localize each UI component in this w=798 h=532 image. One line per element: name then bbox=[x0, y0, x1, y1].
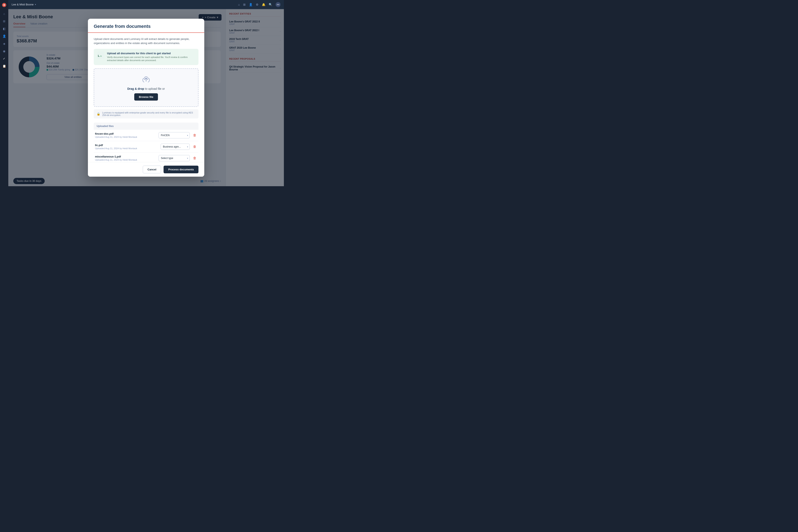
gear-icon[interactable]: ⚙ bbox=[256, 3, 259, 6]
topbar: Lee & Misti Boone ▾ ⌂ ⊞ 👤 ⚙ 🔔 🔍 AA bbox=[8, 0, 284, 9]
svg-text:L: L bbox=[98, 54, 99, 57]
modal-body: Upload client documents and Luminary AI … bbox=[88, 33, 204, 162]
generate-documents-modal: Generate from documents Upload client do… bbox=[88, 19, 204, 177]
modal-overlay: Generate from documents Upload client do… bbox=[8, 9, 284, 186]
files-section: Uploaded files fincen-doc.pdf Uploaded A… bbox=[94, 122, 198, 162]
upload-zone[interactable]: Drag & drop to upload file or Browse fil… bbox=[94, 69, 198, 107]
delete-file-button[interactable]: 🗑 bbox=[192, 155, 197, 161]
files-header: Uploaded files bbox=[94, 122, 198, 130]
browse-file-button[interactable]: Browse file bbox=[134, 93, 158, 100]
luminary-ai-logo: L AI bbox=[97, 52, 104, 59]
chevron-down-icon: ▾ bbox=[35, 3, 36, 6]
file-name: miscellaneous-1.pdf bbox=[95, 155, 156, 158]
sidebar-icon-home[interactable]: ⌂ bbox=[1, 11, 7, 17]
client-selector[interactable]: Lee & Misti Boone ▾ bbox=[12, 3, 36, 6]
sidebar: ⌂ ⊞ ◧ 👤 ◈ ◉ ✓ 📋 bbox=[0, 0, 8, 186]
file-type-selector[interactable]: Select type FinCEN Business agreement Tr… bbox=[158, 155, 190, 161]
cancel-button[interactable]: Cancel bbox=[143, 166, 161, 173]
modal-header: Generate from documents bbox=[88, 19, 204, 33]
main-content: Lee & Misti Boone Overview Value creatio… bbox=[8, 9, 284, 186]
file-type-select[interactable]: FinCEN Business agreement Trust document… bbox=[158, 132, 190, 138]
upload-icon bbox=[141, 75, 151, 84]
modal-description: Upload client documents and Luminary AI … bbox=[94, 37, 198, 45]
info-banner: L AI Upload all documents for this clien… bbox=[94, 49, 198, 65]
grid-icon[interactable]: ⊞ bbox=[243, 3, 246, 6]
topbar-icons: ⌂ ⊞ 👤 ⚙ 🔔 🔍 AA bbox=[238, 2, 281, 7]
home-icon[interactable]: ⌂ bbox=[238, 3, 240, 6]
file-name: fincen-doc.pdf bbox=[95, 132, 156, 135]
file-name: llc.pdf bbox=[95, 144, 158, 147]
file-type-selector[interactable]: Business agre... FinCEN Trust document T… bbox=[160, 144, 190, 150]
delete-file-button[interactable]: 🗑 bbox=[192, 133, 197, 138]
security-text: Luminary is equipped with enterprise-gra… bbox=[102, 111, 195, 116]
modal-title: Generate from documents bbox=[94, 24, 198, 29]
sidebar-icon-document[interactable]: ◧ bbox=[1, 26, 7, 32]
sidebar-icon-person[interactable]: 👤 bbox=[1, 33, 7, 39]
file-type-select[interactable]: Select type FinCEN Business agreement Tr… bbox=[158, 155, 190, 161]
lock-icon: 🔒 bbox=[97, 112, 100, 116]
upload-text: Drag & drop to upload file or bbox=[98, 87, 194, 90]
file-item: fincen-doc.pdf Uploaded Aug 11, 2024 by … bbox=[94, 130, 198, 141]
file-meta: Uploaded Aug 11, 2024 by Heidi Montauk bbox=[95, 158, 156, 161]
security-note: 🔒 Luminary is equipped with enterprise-g… bbox=[94, 109, 198, 118]
file-meta: Uploaded Aug 11, 2024 by Heidi Montauk bbox=[95, 147, 158, 150]
svg-text:AI: AI bbox=[100, 55, 102, 57]
delete-file-button[interactable]: 🗑 bbox=[192, 144, 197, 149]
person-icon[interactable]: 👤 bbox=[249, 3, 252, 6]
file-type-selector[interactable]: FinCEN Business agreement Trust document… bbox=[158, 132, 190, 138]
sidebar-icon-map[interactable]: ◈ bbox=[1, 41, 7, 46]
bell-icon[interactable]: 🔔 bbox=[262, 3, 265, 6]
app-logo bbox=[2, 2, 7, 7]
client-name: Lee & Misti Boone bbox=[12, 3, 34, 6]
file-meta: Uploaded Aug 11, 2024 by Heidi Montauk bbox=[95, 136, 156, 138]
sidebar-icon-check[interactable]: ✓ bbox=[1, 56, 7, 61]
search-icon[interactable]: 🔍 bbox=[269, 3, 272, 6]
avatar: AA bbox=[276, 2, 281, 7]
file-type-select[interactable]: Business agre... FinCEN Trust document T… bbox=[160, 144, 190, 150]
file-item: llc.pdf Uploaded Aug 11, 2024 by Heidi M… bbox=[94, 141, 198, 153]
banner-title: Upload all documents for this client to … bbox=[107, 52, 195, 55]
modal-footer: Cancel Process documents bbox=[88, 162, 204, 177]
sidebar-icon-clipboard[interactable]: 📋 bbox=[1, 63, 7, 69]
sidebar-icon-layers[interactable]: ⊞ bbox=[1, 18, 7, 24]
banner-desc: Verify document types are correct for ea… bbox=[107, 56, 195, 62]
sidebar-icon-chat[interactable]: ◉ bbox=[1, 48, 7, 54]
file-item: miscellaneous-1.pdf Uploaded Aug 11, 202… bbox=[94, 153, 198, 162]
process-documents-button[interactable]: Process documents bbox=[164, 166, 198, 173]
